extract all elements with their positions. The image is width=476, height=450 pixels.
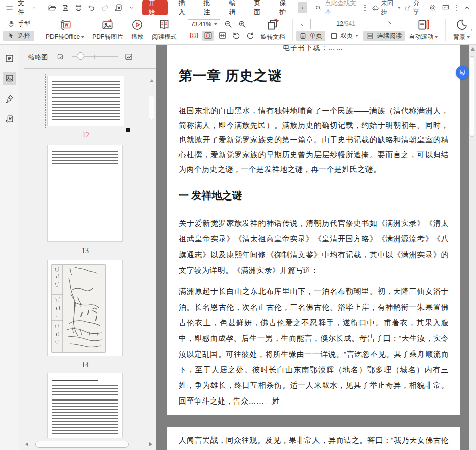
next-page-button[interactable] [383,19,395,29]
fit-page-button[interactable] [202,31,214,41]
read-mode-button[interactable]: 阅读模式 [148,18,180,41]
actual-size-button[interactable]: 1:1 [188,31,200,41]
auto-scroll-button[interactable]: 自动滚动 [405,18,442,41]
zoom-level-input[interactable]: 73.41% [188,19,220,29]
one-to-one-icon: 1:1 [189,31,199,40]
rotate-right-button[interactable] [244,31,256,41]
hamburger-menu-button[interactable] [3,2,15,14]
scroll-left-arrow[interactable] [25,442,28,446]
chevron-down-icon [214,23,217,25]
play-icon [131,18,144,31]
file-menu-button[interactable]: 文件 [16,2,38,14]
previous-page-button[interactable] [296,19,308,29]
toolbar-expander[interactable]: › [471,22,476,37]
vertical-scroll-thumb[interactable] [470,56,474,137]
sidebar-horizontal-scrollbar[interactable] [19,439,156,450]
floating-convert-button[interactable] [456,66,469,79]
tab-edit[interactable]: 编辑 [223,0,247,17]
section-title: 一 发祥地之谜 [179,189,242,203]
tab-insert[interactable]: 插入 [173,0,197,17]
continuous-read-icon [366,32,374,40]
more-options-icon[interactable] [453,5,460,11]
search-box[interactable]: 点此查找文本 [315,0,369,16]
paragraph: 人闻言罢战，同众往观。及见，果非常人，异而诘之。答曰：“我乃天女佛古伦所生，姓爱… [179,432,449,450]
scroll-right-arrow[interactable] [149,442,152,446]
save-button[interactable] [60,2,72,14]
image-export-icon [459,69,466,76]
main-vertical-scrollbar[interactable] [469,45,476,450]
collapse-ribbon-button[interactable] [461,2,473,14]
feedback-button[interactable] [440,2,452,14]
search-more-icon[interactable] [361,5,369,11]
thumbnail-panel-button[interactable] [3,72,16,85]
thumbnail-page-14[interactable] [48,260,122,356]
share-button[interactable]: 分享 [403,2,425,14]
pdf-to-image-button[interactable]: PDF转图片 [88,18,127,41]
open-file-button[interactable] [46,2,59,14]
redo-button[interactable] [99,2,111,14]
thumbnail-page-12[interactable] [48,76,124,126]
play-button[interactable]: 播放 [127,18,148,41]
document-view[interactable]: 电子书下载：…… 第一章 历史之谜 祖国东北的白山黑水，情有独钟地哺育了一个民族… [156,45,476,450]
total-pages: /541 [343,20,355,27]
horizontal-scroll-thumb[interactable] [35,441,129,448]
resize-handle[interactable] [126,128,130,132]
single-page-button[interactable]: 单页 [296,31,325,41]
double-page-button[interactable]: 双页 [327,31,361,41]
zoom-out-button[interactable] [222,19,234,29]
background-button[interactable]: 背景 [449,18,474,41]
scroll-up-arrow[interactable] [471,47,475,51]
pdf-to-office-button[interactable]: PDF转Office [42,18,88,41]
export-word-icon [5,114,14,124]
more-tabs-button[interactable]: › [298,2,307,13]
continuous-read-label: 连续阅读 [377,32,402,40]
sidebar-vertical-scrollbar[interactable] [149,95,154,120]
tab-page[interactable]: 页面 [248,0,272,17]
export-as-word-button[interactable] [112,2,124,14]
rotate-document-button[interactable]: 旋转文档 [256,18,289,41]
rotate-left-button[interactable] [230,31,242,41]
sync-status-button[interactable]: 未同步 [370,2,403,14]
tab-protect[interactable]: 保护 [273,0,297,17]
continuous-read-button[interactable]: 连续阅读 [363,31,405,41]
chevron-up-icon [464,5,470,10]
divider [24,68,156,69]
undo-button[interactable] [86,2,98,14]
double-page-label: 双页 [340,32,353,40]
zoom-in-icon [238,20,247,29]
paragraph: 关于爱新觉罗家族发祥的神话传说，清朝历代官修史书如《满洲实录》《清太祖武皇帝实录… [179,215,449,278]
thumbnail-label-13[interactable]: 13 [47,247,123,255]
slider-knob[interactable] [77,52,84,60]
document-page-13[interactable]: 人闻言罢战，同众往观。及见，果非常人，异而诘之。答曰：“我乃天女佛古伦所生，姓爱… [167,427,460,450]
background-label: 背景 [453,33,465,41]
outline-panel-button[interactable] [3,52,16,65]
print-button[interactable] [73,2,85,14]
slider-tick [94,55,95,59]
paragraph: 满洲原起于长白山之东北布库里山下，一泊名布勒瑚里。初，天降三仙女浴于泊。长名恩古… [179,283,449,409]
select-tool-label: 选择 [18,32,30,40]
thumbnail-page-15[interactable] [48,373,122,438]
ribbon-toolbar: 手型 选择 PDF转Office PDF转图片 [0,15,476,45]
auto-scroll-label: 自动滚动 [409,33,433,41]
convert-panel-button[interactable] [3,112,16,126]
page-number-input[interactable]: 12/541 [310,19,381,29]
tab-comment[interactable]: 批注 [198,0,222,17]
zoom-in-button[interactable] [236,19,248,29]
hand-tool-button[interactable]: 手型 [3,19,34,29]
thumbnail-label-12[interactable]: 12 [48,131,124,139]
file-menu-label: 文件 [18,0,30,17]
select-tool-button[interactable]: 选择 [3,31,34,41]
folder-open-icon [48,4,57,12]
redo-icon [100,4,109,12]
rotate-ccw-icon [232,31,241,40]
document-page-12[interactable]: 电子书下载：…… 第一章 历史之谜 祖国东北的白山黑水，情有独钟地哺育了一个民族… [167,45,460,415]
thumbnail-page-13[interactable] [48,145,122,241]
thumbnail-label-14[interactable]: 14 [47,361,123,369]
outline-icon [5,54,14,63]
quick-tools-dropdown[interactable] [125,2,137,14]
close-panel-icon[interactable] [142,53,148,60]
sidebar-scroll-up-arrow[interactable] [150,79,154,82]
sign-panel-button[interactable] [3,92,16,106]
fit-width-button[interactable] [216,31,228,41]
settings-button[interactable] [427,2,439,14]
